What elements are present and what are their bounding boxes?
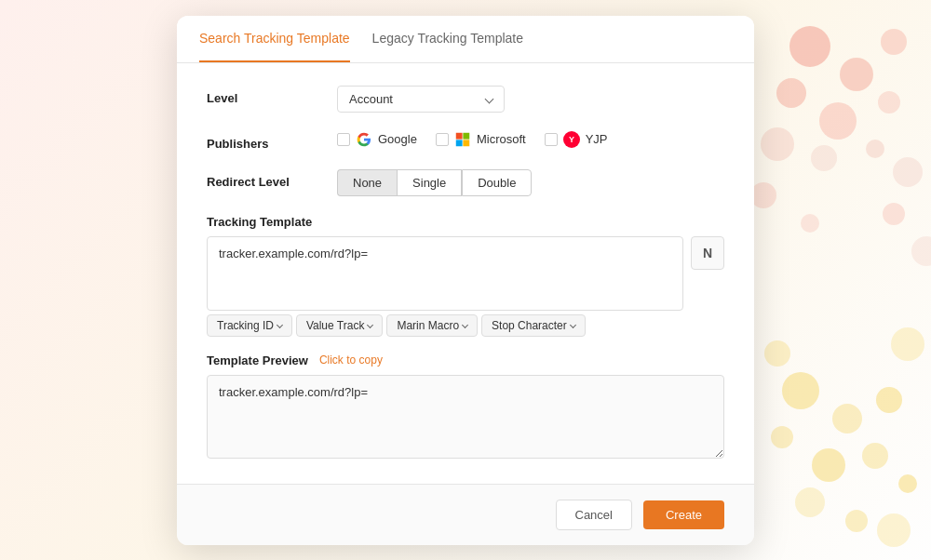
svg-rect-26 — [456, 132, 463, 139]
microsoft-name: Microsoft — [477, 132, 526, 146]
tab-search-tracking[interactable]: Search Tracking Template — [199, 16, 350, 62]
publishers-label: Publishers — [207, 131, 337, 151]
n-button[interactable]: N — [691, 236, 724, 270]
template-preview-section: Template Preview Click to copy tracker.e… — [207, 353, 724, 461]
publishers-control: Google — [337, 131, 724, 148]
google-logo — [356, 131, 372, 148]
svg-rect-28 — [456, 140, 463, 146]
redirect-double-button[interactable]: Double — [462, 169, 532, 196]
preview-header: Template Preview Click to copy — [207, 353, 724, 367]
yjp-checkbox[interactable] — [545, 133, 558, 146]
tracking-template-label: Tracking Template — [207, 215, 724, 229]
tag-buttons: Tracking ID Value Track Marin Macro Stop… — [207, 314, 724, 337]
svg-rect-27 — [463, 132, 469, 139]
redirect-control: None Single Double — [337, 169, 724, 196]
modal-body: Level Account Publishers — [177, 63, 754, 484]
chevron-down-icon — [485, 94, 494, 103]
publisher-yjp: Y YJP — [545, 131, 608, 148]
redirect-buttons: None Single Double — [337, 169, 724, 196]
value-track-button[interactable]: Value Track — [296, 314, 383, 337]
modal-wrapper: Search Tracking Template Legacy Tracking… — [0, 0, 931, 560]
redirect-none-button[interactable]: None — [337, 169, 397, 196]
redirect-row: Redirect Level None Single Double — [207, 169, 724, 196]
publishers-list: Google — [337, 131, 724, 148]
tracking-template-section: Tracking Template tracker.example.com/rd… — [207, 215, 724, 337]
cancel-button[interactable]: Cancel — [556, 500, 632, 530]
level-label: Level — [207, 86, 337, 105]
level-control: Account — [337, 86, 724, 113]
publishers-row: Publishers — [207, 131, 724, 151]
yjp-logo: Y — [563, 131, 580, 148]
tracking-id-arrow — [277, 322, 283, 328]
level-row: Level Account — [207, 86, 724, 113]
publisher-google: Google — [337, 131, 417, 148]
level-value: Account — [349, 92, 393, 106]
yjp-name: YJP — [586, 132, 608, 146]
level-dropdown[interactable]: Account — [337, 86, 505, 113]
modal-tabs: Search Tracking Template Legacy Tracking… — [177, 16, 754, 63]
stop-character-button[interactable]: Stop Character — [481, 314, 586, 337]
svg-rect-29 — [463, 140, 469, 146]
preview-textarea[interactable]: tracker.example.com/rd?lp= — [207, 375, 724, 459]
publisher-microsoft: Microsoft — [436, 131, 526, 148]
tracking-id-button[interactable]: Tracking ID — [207, 314, 292, 337]
redirect-label: Redirect Level — [207, 169, 337, 189]
value-track-arrow — [367, 322, 373, 328]
google-checkbox[interactable] — [337, 133, 350, 146]
modal: Search Tracking Template Legacy Tracking… — [177, 16, 754, 545]
modal-footer: Cancel Create — [177, 484, 754, 545]
tab-legacy-tracking[interactable]: Legacy Tracking Template — [372, 16, 523, 62]
svg-text:Y: Y — [569, 135, 574, 144]
marin-macro-arrow — [462, 322, 468, 328]
stop-character-arrow — [570, 322, 576, 328]
tracking-template-input[interactable]: tracker.example.com/rd?lp= — [207, 236, 683, 311]
create-button[interactable]: Create — [643, 500, 724, 529]
preview-title: Template Preview — [207, 353, 308, 367]
microsoft-checkbox[interactable] — [436, 133, 449, 146]
google-name: Google — [378, 132, 417, 146]
redirect-single-button[interactable]: Single — [397, 169, 462, 196]
marin-macro-button[interactable]: Marin Macro — [386, 314, 478, 337]
microsoft-logo — [454, 131, 471, 148]
click-to-copy[interactable]: Click to copy — [319, 353, 383, 367]
tracking-template-area: tracker.example.com/rd?lp= N — [207, 236, 724, 311]
